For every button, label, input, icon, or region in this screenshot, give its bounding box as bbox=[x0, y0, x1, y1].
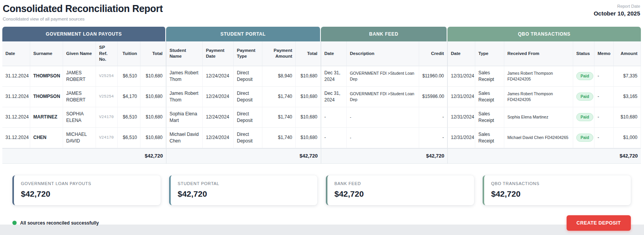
table-cell-p_date: 12/24/2024 bbox=[203, 107, 234, 128]
table-row: 31.12.2024MARTINEZSOPHIA ELENAV24170$6,5… bbox=[2, 107, 641, 128]
totals-row: $42,720$42,720$42,720$42,720 bbox=[2, 148, 641, 164]
column-header-p_amount: Payment Amount bbox=[262, 41, 296, 66]
summary-card-label: STUDENT PORTAL bbox=[178, 181, 310, 186]
total-cell-p_date bbox=[203, 148, 234, 164]
group-header-government-loan-payouts: GOVERNMENT LOAN PAYOUTS bbox=[2, 27, 166, 41]
table-cell-g_date: 31.12.2024 bbox=[2, 87, 30, 107]
column-header-q_memo: Memo bbox=[594, 41, 614, 66]
table-cell-g_given: SOPHIA ELENA bbox=[63, 107, 96, 128]
table-row: 31.12.2024THOMPSONJAMES ROBERTV25254$6,5… bbox=[2, 66, 641, 87]
summary-card-value: $42,720 bbox=[491, 189, 624, 199]
table-cell-p_total: $10,680 bbox=[296, 66, 321, 87]
page-footer: All sources reconciled successfully CREA… bbox=[12, 215, 631, 231]
table-cell-p_date: 12/24/2024 bbox=[203, 128, 234, 148]
table-cell-g_date: 31.12.2024 bbox=[2, 128, 30, 148]
summary-card-value: $42,720 bbox=[21, 189, 154, 199]
summary-card-government-loan-payouts: GOVERNMENT LOAN PAYOUTS$42,720 bbox=[12, 175, 161, 205]
status-badge: Paid bbox=[576, 93, 593, 100]
column-header-g_surname: Surname bbox=[30, 41, 63, 66]
table-cell-q_amount: $3,165 bbox=[614, 87, 641, 107]
table-cell-g_date: 31.12.2024 bbox=[2, 66, 30, 87]
table-cell-p_name: James Robert Thom bbox=[166, 87, 203, 107]
table-cell-b_desc: GOVERNMENT FDI >Student Loan Dep bbox=[347, 87, 419, 107]
summary-card-student-portal: STUDENT PORTAL$42,720 bbox=[169, 175, 317, 205]
table-cell-g_given: JAMES ROBERT bbox=[63, 87, 96, 107]
summary-card-value: $42,720 bbox=[178, 189, 310, 199]
total-cell-p_type bbox=[234, 148, 262, 164]
table-cell-q_status: Paid bbox=[573, 107, 594, 128]
column-header-g_ref: SP Ref. No. bbox=[96, 41, 118, 66]
column-header-g_date: Date bbox=[2, 41, 30, 66]
total-cell-g_surname bbox=[30, 148, 63, 164]
summary-card-qbo-transactions: QBO TRANSACTIONS$42,720 bbox=[483, 175, 631, 205]
total-cell-g_tuition bbox=[118, 148, 140, 164]
table-cell-g_surname: THOMPSON bbox=[30, 87, 63, 107]
summary-card-bank-feed: BANK FEED$42,720 bbox=[326, 175, 474, 205]
table-cell-g_total: $10,680 bbox=[140, 107, 166, 128]
table-cell-q_date: 12/31/2024 bbox=[447, 128, 475, 148]
total-cell-b_date bbox=[321, 148, 347, 164]
table-cell-b_date: - bbox=[321, 107, 347, 128]
total-cell-b_desc bbox=[347, 148, 419, 164]
column-header-g_total: Total bbox=[140, 41, 166, 66]
summary-card-label: QBO TRANSACTIONS bbox=[491, 181, 624, 186]
total-cell-q_type bbox=[475, 148, 504, 164]
table-cell-p_total: $10,680 bbox=[296, 128, 321, 148]
table-cell-g_ref: V24170 bbox=[96, 128, 118, 148]
total-cell-q_status bbox=[573, 148, 594, 164]
column-header-q_amount: Amount bbox=[614, 41, 641, 66]
table-cell-b_credit: - bbox=[419, 128, 447, 148]
table-cell-q_from: James Robert Thompson FD42424205 bbox=[504, 66, 573, 87]
table-cell-b_date: - bbox=[321, 128, 347, 148]
status-badge: Paid bbox=[576, 113, 593, 121]
status-badge: Paid bbox=[576, 72, 593, 80]
column-header-q_status: Status bbox=[573, 41, 594, 66]
table-cell-g_total: $10,680 bbox=[140, 128, 166, 148]
table-cell-p_date: 12/24/2024 bbox=[203, 66, 234, 87]
table-cell-q_amount: $1,000 bbox=[614, 128, 641, 148]
table-cell-q_type: Sales Receipt bbox=[475, 107, 504, 128]
table-cell-q_from: James Robert Thompson FD42424205 bbox=[504, 87, 573, 107]
total-cell-g_date bbox=[2, 148, 30, 164]
page-title: Consolidated Reconciliation Report bbox=[3, 3, 163, 14]
table-cell-b_desc: - bbox=[347, 128, 419, 148]
page-header: Consolidated Reconciliation Report Conso… bbox=[0, 3, 644, 21]
table-cell-g_surname: MARTINEZ bbox=[30, 107, 63, 128]
table-cell-b_credit: - bbox=[419, 107, 447, 128]
table-cell-q_type: Sales Receipt bbox=[475, 66, 504, 87]
table-cell-g_date: 31.12.2024 bbox=[2, 107, 30, 128]
column-header-p_date: Payment Date bbox=[203, 41, 234, 66]
table-cell-p_amount: $8,940 bbox=[262, 66, 296, 87]
total-cell-b_credit: $42,720 bbox=[419, 148, 447, 164]
total-cell-g_ref bbox=[96, 148, 118, 164]
table-cell-g_tuition: $6,510 bbox=[118, 128, 140, 148]
table-cell-p_amount: $1,740 bbox=[262, 87, 296, 107]
table-cell-g_surname: CHEN bbox=[30, 128, 63, 148]
report-date-label: Report Date bbox=[594, 4, 640, 9]
table-row: 31.12.2024THOMPSONJAMES ROBERTV25254$4,1… bbox=[2, 87, 641, 107]
summary-cards: GOVERNMENT LOAN PAYOUTS$42,720STUDENT PO… bbox=[12, 175, 631, 205]
status-dot-icon bbox=[12, 221, 17, 225]
summary-card-value: $42,720 bbox=[334, 189, 467, 199]
table-group-headers: GOVERNMENT LOAN PAYOUTSSTUDENT PORTALBAN… bbox=[2, 27, 641, 41]
table-cell-q_status: Paid bbox=[573, 87, 594, 107]
table-cell-b_desc: - bbox=[347, 107, 419, 128]
table-cell-q_amount: $7,335 bbox=[614, 66, 641, 87]
table-cell-p_type: Direct Deposit bbox=[234, 66, 262, 87]
column-header-g_given: Given Name bbox=[63, 41, 96, 66]
table-cell-q_memo: - bbox=[594, 107, 614, 128]
table-cell-g_surname: THOMPSON bbox=[30, 66, 63, 87]
report-date-value: October 10, 2025 bbox=[594, 10, 640, 17]
column-header-b_date: Date bbox=[321, 41, 347, 66]
table-cell-p_name: Michael David Chen bbox=[166, 128, 203, 148]
table-cell-p_amount: $1,740 bbox=[262, 128, 296, 148]
create-deposit-button[interactable]: CREATE DEPOSIT bbox=[567, 215, 631, 231]
table-cell-g_given: JAMES ROBERT bbox=[63, 66, 96, 87]
table-cell-g_tuition: $4,170 bbox=[118, 87, 140, 107]
summary-card-label: GOVERNMENT LOAN PAYOUTS bbox=[21, 181, 154, 186]
table-cell-q_date: 12/31/2024 bbox=[447, 87, 475, 107]
group-header-qbo-transactions: QBO TRANSACTIONS bbox=[447, 27, 641, 41]
table-cell-p_name: James Robert Thom bbox=[166, 66, 203, 87]
table-cell-g_tuition: $6,510 bbox=[118, 107, 140, 128]
table-cell-b_date: Dec 31, 2024 bbox=[321, 66, 347, 87]
